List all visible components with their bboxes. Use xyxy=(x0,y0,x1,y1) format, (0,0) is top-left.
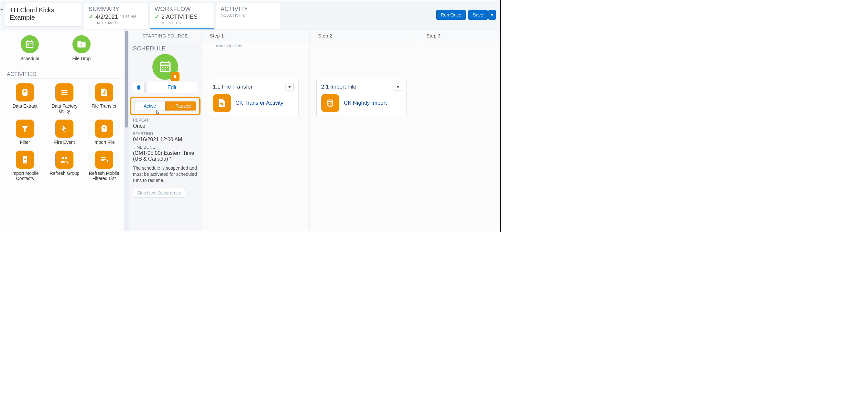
activity-label: Data Factory Utility xyxy=(46,103,83,114)
source-schedule-label: Schedule xyxy=(15,56,44,61)
import-mobile-icon xyxy=(16,150,34,169)
palette-scrollbar[interactable] xyxy=(124,29,129,232)
step-3-column[interactable]: Step 3 . xyxy=(418,29,500,232)
tab-summary[interactable]: SUMMARY ✓ 4/2/2021 11:31 AM LAST SAVED xyxy=(84,3,149,29)
timezone-label: TIME ZONE: xyxy=(133,145,197,149)
refresh-mobile-icon xyxy=(95,150,113,169)
starting-label: STARTING: xyxy=(133,132,197,136)
activity-data-extract[interactable]: Data Extract xyxy=(7,83,43,114)
edit-schedule-button[interactable]: Edit xyxy=(147,82,197,93)
step-2-header: Step 2 xyxy=(310,29,418,42)
fire-event-icon xyxy=(55,120,73,138)
activity-file-transfer[interactable]: File Transfer xyxy=(86,83,122,114)
activity-data-factory[interactable]: Data Factory Utility xyxy=(46,83,83,114)
paused-label: Paused xyxy=(175,103,190,108)
step2-activity-name[interactable]: CK Nightly Import xyxy=(344,100,387,106)
cursor-pointer-icon xyxy=(154,109,161,118)
activities-grid: Data Extract Data Factory Utility File T… xyxy=(7,83,122,181)
add-tab-handle[interactable]: + xyxy=(0,0,3,29)
schedule-icon-wrap xyxy=(133,54,197,80)
source-filedrop[interactable]: File Drop xyxy=(67,35,96,61)
repeat-label: REPEAT: xyxy=(133,118,197,123)
pause-icon xyxy=(170,72,180,81)
status-segmented-control: Active ✓ Paused xyxy=(134,101,196,111)
step-1-header: Step 1 xyxy=(202,29,309,42)
delete-schedule-button[interactable] xyxy=(133,82,145,93)
activity-sub: NO ACTIVITY. xyxy=(221,13,245,18)
tab-activity-label: ACTIVITY xyxy=(221,6,276,12)
starting-value: 04/16/2021 12:00 AM xyxy=(133,137,197,142)
activity-refresh-mobile[interactable]: Refresh Mobile Filtered List xyxy=(86,150,122,181)
folder-download-icon xyxy=(72,35,91,53)
activity-import-mobile[interactable]: Import Mobile Contacts xyxy=(7,150,43,181)
save-button[interactable]: Save xyxy=(468,10,488,20)
workflow-count: 2 ACTIVITIES xyxy=(161,13,197,20)
activity-label: Import Mobile Contacts xyxy=(7,171,43,181)
activity-refresh-group[interactable]: Refresh Group xyxy=(46,150,83,181)
data-factory-icon xyxy=(55,83,73,101)
step1-activity-title: 1.1 File Transfer xyxy=(213,84,253,90)
repeat-value: Once xyxy=(133,123,197,129)
starting-sources-row: Schedule File Drop xyxy=(7,33,122,67)
tab-activity[interactable]: ACTIVITY NO ACTIVITY. xyxy=(216,3,280,29)
schedule-title: SCHEDULE xyxy=(133,45,197,52)
activity-label: File Transfer xyxy=(86,103,122,108)
activity-label: Filter xyxy=(7,140,43,145)
source-schedule[interactable]: Schedule xyxy=(15,35,44,61)
file-transfer-icon xyxy=(95,83,113,101)
top-bar: + TH Cloud Kicks Example SUMMARY ✓ 4/2/2… xyxy=(0,0,500,29)
source-filedrop-label: File Drop xyxy=(67,56,96,61)
run-once-button[interactable]: Run Once xyxy=(436,10,466,20)
check-icon: ✓ xyxy=(155,13,159,20)
chevron-down-icon: ▾ xyxy=(397,85,399,90)
activity-label: Import File xyxy=(86,140,122,145)
status-paused-option[interactable]: ✓ Paused xyxy=(165,101,196,110)
summary-sub: LAST SAVED xyxy=(89,21,144,25)
summary-time: 11:31 AM xyxy=(120,14,136,19)
import-file-icon xyxy=(95,120,113,138)
workflow-canvas: STARTING SOURCE SCHEDULE Edit xyxy=(129,29,500,232)
tab-workflow[interactable]: WORKFLOW ✓ 2 ACTIVITIES IN 2 STEPS xyxy=(150,3,214,29)
step1-activity-menu-button[interactable]: ▾ xyxy=(285,83,293,91)
step2-activity-card[interactable]: 2.1 Import File ▾ CK Nightly Import xyxy=(316,79,407,116)
top-actions: Run Once Save ▾ xyxy=(436,0,500,29)
tab-workflow-label: WORKFLOW xyxy=(155,6,210,12)
activity-label: Refresh Mobile Filtered List xyxy=(86,171,122,181)
step-1-column: Step 1 ANNOTATIONS 1.1 File Transfer ▾ C xyxy=(202,29,310,232)
calendar-icon xyxy=(21,35,39,53)
check-icon: ✓ xyxy=(170,104,173,108)
schedule-note: The schedule is suspended and must be ac… xyxy=(133,165,197,183)
step2-activity-menu-button[interactable]: ▾ xyxy=(394,83,402,91)
step1-activity-card[interactable]: 1.1 File Transfer ▾ CK Transfer Activity xyxy=(208,79,299,116)
summary-date: 4/2/2021 xyxy=(95,13,118,20)
caret-down-icon: ▾ xyxy=(491,12,493,18)
activity-filter[interactable]: Filter xyxy=(7,120,43,145)
data-extract-icon xyxy=(16,83,34,101)
step2-activity-title: 2.1 Import File xyxy=(321,84,356,90)
trash-icon xyxy=(136,85,142,91)
file-transfer-icon xyxy=(213,94,231,112)
status-toggle-highlight: Active ✓ Paused xyxy=(130,97,200,115)
palette-panel: Schedule File Drop ACTIVITIES Data Extra… xyxy=(0,29,129,232)
starting-source-header: STARTING SOURCE xyxy=(129,29,201,42)
timezone-value: (GMT-05:00) Eastern Time (US & Canada) * xyxy=(133,150,197,162)
step-3-header: Step 3 xyxy=(418,29,500,42)
activity-fire-event[interactable]: Fire Event xyxy=(46,120,83,145)
main-area: Schedule File Drop ACTIVITIES Data Extra… xyxy=(0,29,500,232)
chevron-down-icon: ▾ xyxy=(288,85,291,90)
check-icon: ✓ xyxy=(89,13,93,20)
import-file-icon xyxy=(321,94,339,112)
activity-label: Data Extract xyxy=(7,103,43,108)
skip-next-occurrence-button[interactable]: Skip Next Occurrence xyxy=(133,188,185,198)
starting-source-column: STARTING SOURCE SCHEDULE Edit xyxy=(129,29,202,232)
activity-label: Fire Event xyxy=(46,140,83,145)
annotations-label: ANNOTATIONS xyxy=(202,42,309,50)
activity-import-file[interactable]: Import File xyxy=(86,120,122,145)
activities-header: ACTIVITIES xyxy=(7,67,122,79)
activity-label: Refresh Group xyxy=(46,171,83,176)
step1-activity-name[interactable]: CK Transfer Activity xyxy=(236,100,283,106)
scrollbar-thumb[interactable] xyxy=(125,31,128,128)
save-dropdown-button[interactable]: ▾ xyxy=(488,10,496,20)
automation-title-card[interactable]: TH Cloud Kicks Example xyxy=(5,3,81,27)
workflow-sub: IN 2 STEPS xyxy=(155,21,210,25)
